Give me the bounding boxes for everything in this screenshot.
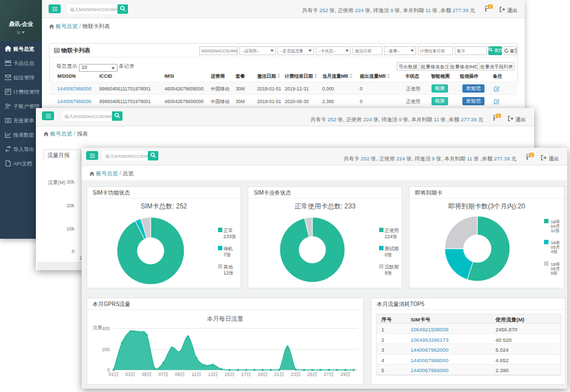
svg-text:13日: 13日 xyxy=(208,372,218,377)
svg-text:25日: 25日 xyxy=(307,372,317,377)
svg-text:01日: 01日 xyxy=(109,372,119,377)
svg-text:09日: 09日 xyxy=(175,372,185,377)
svg-text:200: 200 xyxy=(102,347,110,352)
svg-text:11日: 11日 xyxy=(191,372,201,377)
svg-text:17日: 17日 xyxy=(241,372,251,377)
svg-text:27日: 27日 xyxy=(324,372,334,377)
svg-text:19日: 19日 xyxy=(258,372,268,377)
svg-text:15日: 15日 xyxy=(225,372,235,377)
svg-text:400: 400 xyxy=(102,326,110,331)
svg-text:23日: 23日 xyxy=(291,372,301,377)
svg-text:03日: 03日 xyxy=(125,372,135,377)
svg-text:07日: 07日 xyxy=(158,372,168,377)
svg-text:05日: 05日 xyxy=(142,372,152,377)
svg-text:29日: 29日 xyxy=(340,372,350,377)
svg-text:21日: 21日 xyxy=(274,372,284,377)
